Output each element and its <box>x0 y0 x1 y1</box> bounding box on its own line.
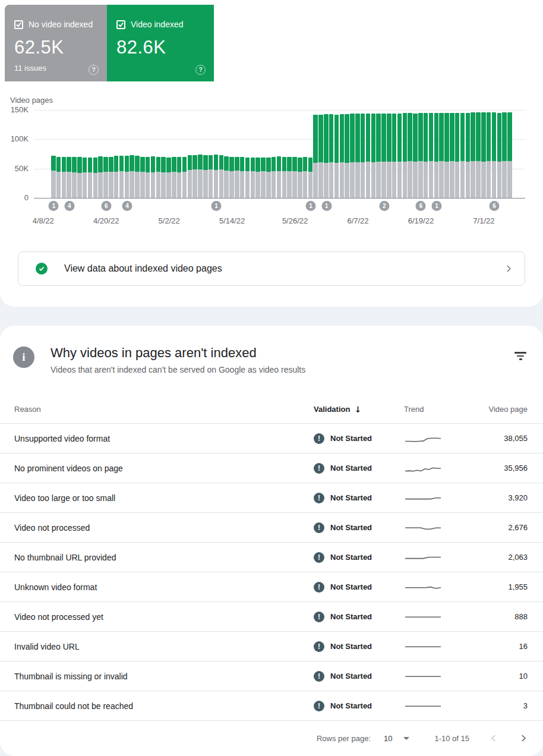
rows-per-page-select[interactable]: 10 <box>384 734 409 743</box>
validation-label: Not Started <box>330 464 372 472</box>
pagination-range: 1-10 of 15 <box>434 734 469 743</box>
x-tick-label: 5/14/22 <box>219 216 245 225</box>
issue-row[interactable]: No thumbnail URL provided!Not Started2,0… <box>0 542 543 572</box>
column-header-reason[interactable]: Reason <box>0 405 314 414</box>
stacked-bar <box>434 113 439 198</box>
stacked-bar <box>93 158 98 198</box>
video-pages-chart: 150K100K50K0 14641112616 4/8/224/20/225/… <box>0 110 525 229</box>
stacked-bar <box>471 112 475 198</box>
validation-status: !Not Started <box>314 522 392 533</box>
issue-row[interactable]: Unsupported video format!Not Started38,0… <box>0 423 543 453</box>
stacked-bar <box>109 157 113 198</box>
stacked-bar <box>502 112 507 198</box>
trend-sparkline <box>392 462 452 474</box>
validation-label: Not Started <box>330 672 372 681</box>
stacked-bar <box>135 156 140 198</box>
section-header: i Why videos in pages aren't indexed Vid… <box>0 326 543 395</box>
video-page-count: 3,920 <box>452 493 543 502</box>
stacked-bar <box>151 156 156 198</box>
x-tick-label: 6/7/22 <box>347 216 368 225</box>
issue-count-badge[interactable]: 1 <box>431 201 441 211</box>
stacked-bar <box>481 112 486 198</box>
issue-count-badge[interactable]: 1 <box>49 201 59 211</box>
issue-row[interactable]: No prominent videos on page!Not Started3… <box>0 453 543 483</box>
chart-bars <box>51 110 513 198</box>
stacked-bar <box>392 114 397 198</box>
filter-icon[interactable] <box>514 352 526 361</box>
issue-count-badge[interactable]: 6 <box>416 201 426 211</box>
video-page-count: 2,676 <box>452 523 543 532</box>
issue-row[interactable]: Invalid video URL!Not Started16 <box>0 631 543 661</box>
rows-per-page-label: Rows per page: <box>317 734 371 743</box>
stacked-bar <box>287 157 292 198</box>
stacked-bar <box>429 113 434 198</box>
stacked-bar <box>182 157 187 198</box>
stacked-bar <box>303 157 308 198</box>
not-started-icon: ! <box>314 463 324 474</box>
issue-row[interactable]: Unknown video format!Not Started1,955 <box>0 572 543 601</box>
column-header-video-page[interactable]: Video page <box>452 405 543 414</box>
help-icon[interactable]: ? <box>89 65 99 75</box>
stacked-bar <box>229 157 234 198</box>
issue-reason: No thumbnail URL provided <box>0 553 314 562</box>
no-video-indexed-checkbox[interactable] <box>14 20 23 29</box>
validation-status: !Not Started <box>314 493 392 503</box>
issue-count-badge[interactable]: 1 <box>211 201 222 211</box>
issue-reason: Invalid video URL <box>0 642 314 651</box>
column-header-validation[interactable]: Validation ↓ <box>314 405 392 414</box>
validation-status: !Not Started <box>314 671 392 682</box>
issue-row[interactable]: Video not processed yet!Not Started888 <box>0 601 543 631</box>
stacked-bar <box>209 155 213 198</box>
stacked-bar <box>188 155 192 198</box>
stacked-bar <box>56 157 61 198</box>
chart-annotation-badges: 14641112616 <box>51 201 513 212</box>
card-video-indexed[interactable]: Video indexed 82.6K ? <box>107 5 214 81</box>
card-value: 82.6K <box>116 37 204 58</box>
stacked-bar <box>476 112 481 198</box>
trend-sparkline <box>392 611 452 623</box>
stacked-bar <box>455 113 460 198</box>
issue-row[interactable]: Video too large or too small!Not Started… <box>0 483 543 512</box>
help-icon[interactable]: ? <box>195 65 206 75</box>
stacked-bar <box>397 114 402 198</box>
issue-row[interactable]: Thumbnail could not be reached!Not Start… <box>0 691 543 720</box>
x-tick-label: 4/20/22 <box>93 216 119 225</box>
trend-sparkline <box>392 522 452 534</box>
issue-count-badge[interactable]: 4 <box>122 201 132 211</box>
stacked-bar <box>88 158 93 198</box>
x-tick-label: 6/19/22 <box>408 216 434 225</box>
issue-count-badge[interactable]: 1 <box>321 201 332 211</box>
validation-label: Not Started <box>330 701 372 710</box>
issue-count-badge[interactable]: 1 <box>306 201 316 211</box>
x-tick-label: 4/8/22 <box>33 216 54 225</box>
trend-sparkline <box>392 433 452 445</box>
not-started-icon: ! <box>314 701 324 711</box>
issue-row[interactable]: Thumbnail is missing or invalid!Not Star… <box>0 661 543 691</box>
issue-count-badge[interactable]: 6 <box>101 201 111 211</box>
issue-count-badge[interactable]: 2 <box>379 201 389 211</box>
x-tick-label: 5/26/22 <box>282 216 308 225</box>
view-indexed-data-banner[interactable]: View data about indexed video pages <box>18 251 525 286</box>
stacked-bar <box>98 156 103 198</box>
issue-count-badge[interactable]: 4 <box>64 201 74 211</box>
chart-x-axis-labels: 4/8/224/20/225/2/225/14/225/26/226/7/226… <box>51 216 513 226</box>
validation-label: Not Started <box>330 612 372 621</box>
not-started-icon: ! <box>314 522 324 533</box>
validation-status: !Not Started <box>314 701 392 711</box>
card-no-video-indexed[interactable]: No video indexed 62.5K 11 issues ? <box>5 5 107 81</box>
video-indexed-checkbox[interactable] <box>116 20 125 29</box>
issue-reason: Unknown video format <box>0 582 314 592</box>
previous-page-button[interactable] <box>488 733 499 744</box>
issue-count-badge[interactable]: 6 <box>490 201 500 211</box>
column-header-trend[interactable]: Trend <box>392 405 452 414</box>
info-icon: i <box>13 346 34 368</box>
next-page-button[interactable] <box>518 733 529 744</box>
stacked-bar <box>277 156 282 198</box>
stacked-bar <box>292 157 297 198</box>
chevron-right-icon <box>503 263 514 274</box>
stacked-bar <box>177 157 182 198</box>
chart-title: Video pages <box>10 96 53 105</box>
stacked-bar <box>203 155 208 198</box>
issue-row[interactable]: Video not processed!Not Started2,676 <box>0 512 543 542</box>
card-label: No video indexed <box>29 20 93 29</box>
